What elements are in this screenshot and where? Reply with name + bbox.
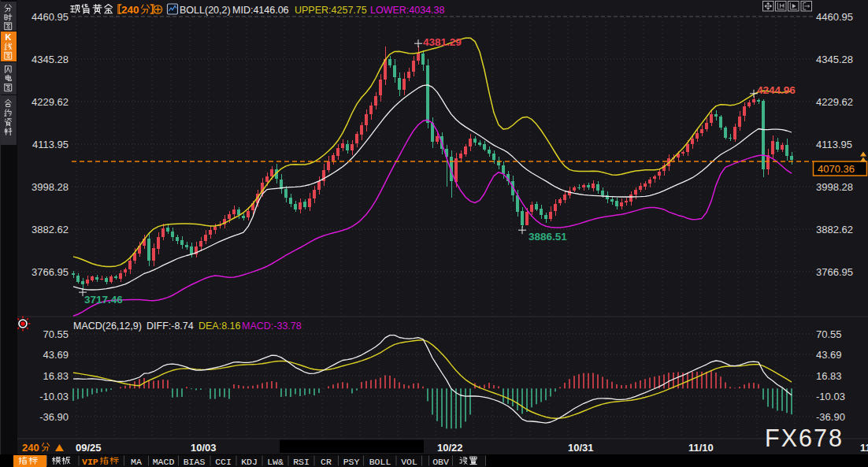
svg-text:4460.95: 4460.95 (816, 11, 853, 23)
svg-text:-10.03: -10.03 (816, 391, 845, 402)
svg-text:11/2: 11/2 (860, 442, 868, 454)
svg-text:09/25: 09/25 (76, 442, 102, 454)
svg-text:4244.96: 4244.96 (757, 84, 796, 96)
svg-text:MACD:-33.78: MACD:-33.78 (242, 321, 302, 332)
svg-text:VOL: VOL (401, 457, 417, 467)
svg-text:CR: CR (321, 457, 332, 467)
svg-text:4229.62: 4229.62 (816, 96, 853, 108)
svg-text:UPPER:4257.75: UPPER:4257.75 (295, 5, 367, 16)
svg-text:OBV: OBV (432, 457, 449, 467)
svg-text:10/31: 10/31 (568, 442, 594, 454)
svg-text:3886.51: 3886.51 (529, 231, 567, 243)
svg-text:4345.28: 4345.28 (32, 54, 69, 65)
svg-text:4345.28: 4345.28 (816, 54, 853, 65)
svg-text:MACD(26,12,9): MACD(26,12,9) (73, 321, 142, 332)
svg-text:BOLL(20,2): BOLL(20,2) (180, 5, 231, 16)
svg-text:16.83: 16.83 (816, 370, 842, 382)
svg-text:3998.28: 3998.28 (816, 181, 853, 193)
svg-text:240: 240 (22, 442, 39, 454)
svg-text:70.55: 70.55 (43, 328, 69, 340)
svg-text:-36.90: -36.90 (816, 411, 845, 423)
svg-text:3882.62: 3882.62 (32, 224, 69, 235)
svg-text:43.69: 43.69 (816, 349, 842, 361)
svg-text:LOWER:4034.38: LOWER:4034.38 (370, 5, 445, 16)
svg-text:3998.28: 3998.28 (32, 181, 69, 193)
svg-text:VIP: VIP (82, 457, 98, 467)
svg-text:4113.95: 4113.95 (816, 139, 852, 150)
svg-text:RSI: RSI (293, 457, 310, 467)
svg-text:BIAS: BIAS (184, 457, 206, 467)
svg-text:-36.90: -36.90 (39, 411, 69, 423)
svg-text:16.83: 16.83 (43, 370, 69, 382)
svg-text:MA: MA (131, 457, 142, 467)
svg-text:4460.95: 4460.95 (32, 11, 69, 23)
svg-text:K: K (6, 32, 12, 42)
svg-text:LW&: LW& (267, 457, 284, 467)
svg-text:BOLL: BOLL (369, 457, 391, 467)
svg-text:4070.36: 4070.36 (818, 163, 855, 175)
svg-text:-10.03: -10.03 (39, 391, 69, 402)
svg-text:3882.62: 3882.62 (816, 224, 853, 235)
svg-text:43.69: 43.69 (43, 349, 69, 361)
svg-text:240: 240 (121, 4, 139, 16)
svg-text:KDJ: KDJ (241, 457, 258, 467)
svg-text:DIFF:-8.74: DIFF:-8.74 (147, 321, 194, 332)
svg-text:3766.95: 3766.95 (816, 266, 853, 278)
svg-text:3766.95: 3766.95 (32, 266, 69, 278)
svg-text:DEA:8.16: DEA:8.16 (198, 321, 241, 332)
svg-text:4113.95: 4113.95 (32, 139, 69, 150)
svg-text:70.55: 70.55 (816, 328, 842, 340)
svg-text:FX678: FX678 (765, 424, 844, 451)
svg-text:MACD: MACD (153, 457, 175, 467)
svg-text:11/10: 11/10 (688, 442, 714, 454)
svg-text:3717.46: 3717.46 (84, 294, 123, 306)
svg-text:PSY: PSY (343, 457, 360, 467)
svg-text:10/22: 10/22 (437, 442, 463, 454)
svg-text:4381.29: 4381.29 (423, 36, 462, 48)
svg-text:MID:4146.06: MID:4146.06 (232, 5, 289, 16)
svg-text:10/03: 10/03 (191, 442, 217, 454)
svg-text:4229.62: 4229.62 (32, 96, 69, 108)
svg-text:CCI: CCI (215, 457, 232, 467)
